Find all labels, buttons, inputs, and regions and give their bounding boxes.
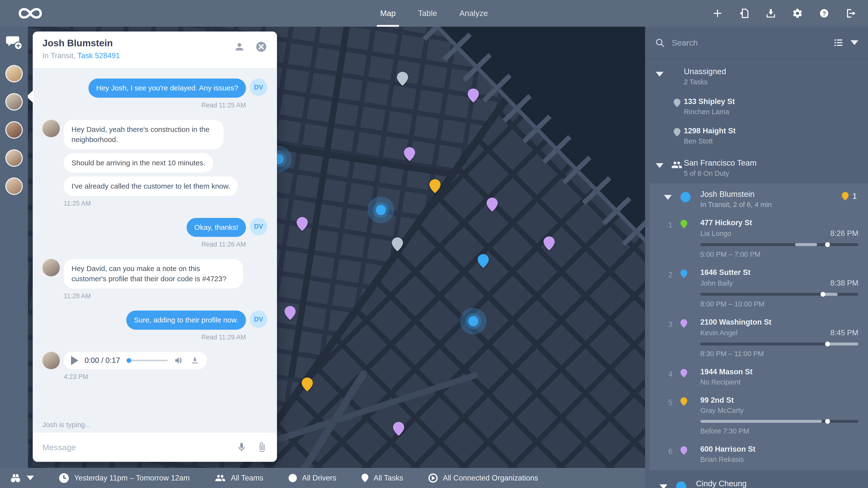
dropdown-caret-icon[interactable]: [850, 40, 858, 45]
chat-header: Josh Blumstein In Transit, Task 528491: [33, 32, 277, 68]
filter-label: All Drivers: [302, 474, 336, 482]
filter-label: Yesterday 11pm – Tomorrow 12am: [74, 474, 190, 482]
chat-title: Josh Blumstein: [42, 38, 267, 49]
view-tabs: Map Table Analyze: [380, 0, 488, 27]
search-icon: [655, 37, 665, 48]
route-task-row[interactable]: 5 99 2nd St Gray McCarty Before 7:30 PM: [649, 391, 868, 440]
map-pin-gray[interactable]: [392, 237, 403, 251]
badge-pin-yellow-icon: [842, 192, 848, 201]
settings-gear-icon[interactable]: [792, 8, 803, 19]
task-pin-purple-icon: [680, 319, 687, 328]
import-icon[interactable]: [739, 8, 750, 19]
route-task-row[interactable]: 2 1646 Sutter St John Baily8:38 PM 8:00 …: [649, 263, 868, 313]
audio-slider-knob[interactable]: [126, 358, 131, 363]
audio-message: 0:00 / 0:17: [64, 352, 207, 369]
filter-teams[interactable]: All Teams: [215, 473, 264, 483]
driver-avatar-5[interactable]: [5, 178, 23, 195]
map-pin-purple[interactable]: [297, 217, 308, 231]
collapse-caret-icon[interactable]: [656, 163, 663, 168]
download-audio-icon[interactable]: [190, 356, 200, 365]
filter-label: All Teams: [231, 474, 264, 482]
download-icon[interactable]: [765, 8, 776, 19]
teams-icon: [215, 473, 226, 483]
driver-avatar-4[interactable]: [5, 149, 23, 167]
route-task-row[interactable]: 3 2100 Washington St Kevin Angel8:45 PM …: [649, 313, 868, 363]
task-progress-bar[interactable]: [700, 243, 858, 246]
search-input[interactable]: [672, 38, 826, 48]
task-pin-gray-icon: [674, 128, 680, 136]
map-pin-purple[interactable]: [393, 422, 404, 436]
map-pin-purple[interactable]: [284, 306, 296, 320]
collapse-caret-icon[interactable]: [664, 195, 672, 200]
task-progress-bar[interactable]: [700, 420, 858, 423]
collapse-caret-icon[interactable]: [656, 72, 663, 77]
group-unassigned[interactable]: Unassigned 2 Tasks: [645, 59, 868, 92]
task-progress-bar[interactable]: [700, 293, 858, 296]
map-pin-purple[interactable]: [487, 197, 498, 212]
task-number: 2: [668, 271, 673, 279]
microphone-icon[interactable]: [236, 442, 247, 453]
driver-avatar-josh: [42, 120, 60, 137]
task-progress-bar[interactable]: [700, 342, 858, 345]
task-recipient: Ben Stott: [684, 137, 858, 145]
dropdown-caret-icon: [27, 476, 34, 480]
attachment-icon[interactable]: [257, 442, 267, 453]
map-pin-yellow[interactable]: [429, 179, 440, 193]
filter-tasks[interactable]: All Tasks: [362, 474, 403, 482]
audio-time: 0:00 / 0:17: [85, 356, 120, 365]
group-title: San Francisco Team: [684, 158, 858, 167]
tab-analyze[interactable]: Analyze: [460, 0, 488, 27]
map-driver-location[interactable]: [460, 308, 487, 335]
driver-avatar-3[interactable]: [5, 121, 23, 139]
collapse-caret-icon[interactable]: [660, 484, 668, 488]
logout-icon[interactable]: [845, 8, 856, 19]
group-team[interactable]: San Francisco Team 5 of 8 On Duty: [645, 151, 868, 183]
close-icon[interactable]: [255, 41, 267, 53]
route-task-row[interactable]: 6 600 Harrison St Brian Rekasis: [649, 440, 868, 468]
driver-avatar-2-josh[interactable]: [5, 93, 23, 111]
onfleet-logo-icon[interactable]: [14, 4, 46, 22]
map-pin-blue[interactable]: [477, 254, 489, 268]
route-task-row[interactable]: 4 1944 Mason St No Recipient: [649, 363, 868, 391]
play-icon[interactable]: [71, 356, 78, 365]
message-sent: Sure, adding to their profile now. DV: [42, 310, 267, 330]
driver-name: Josh Blumstein: [700, 190, 858, 199]
driver-row-cindy[interactable]: Cindy Cheung Offline, 0 of 4: [645, 473, 868, 488]
task-link[interactable]: Task 528491: [77, 51, 120, 60]
driver-row-josh[interactable]: Josh Blumstein In Transit, 2 of 6, 4 min…: [649, 183, 868, 214]
new-chat-icon[interactable]: [5, 35, 23, 51]
map-pin-purple[interactable]: [544, 236, 555, 250]
list-view-icon[interactable]: [833, 37, 844, 48]
map-pin-yellow[interactable]: [302, 377, 313, 392]
map-pin-purple[interactable]: [404, 147, 415, 161]
message-input[interactable]: [42, 443, 226, 452]
driver-dot-icon: [289, 474, 297, 482]
plus-icon[interactable]: [712, 8, 723, 19]
group-title: Unassigned: [684, 67, 858, 76]
task-address: 600 Harrison St: [700, 445, 858, 454]
volume-icon[interactable]: [174, 356, 184, 365]
tab-map[interactable]: Map: [380, 0, 396, 27]
filter-date-range[interactable]: Yesterday 11pm – Tomorrow 12am: [59, 473, 190, 483]
tab-table[interactable]: Table: [418, 0, 437, 27]
chat-rail-avatars: [5, 65, 23, 195]
map-driver-location[interactable]: [368, 196, 394, 223]
lookup-binoculars[interactable]: [10, 473, 34, 483]
map-pin-gray[interactable]: [397, 72, 408, 86]
help-icon[interactable]: ?: [818, 8, 830, 19]
map-pin-purple[interactable]: [468, 89, 479, 102]
route-task-row[interactable]: 1 477 Hickory St Lia Longo8:26 PM 5:00 P…: [649, 214, 868, 263]
unassigned-task-row[interactable]: 1298 Haight St Ben Stott: [645, 121, 868, 151]
task-pin-icon: [362, 474, 368, 482]
driver-name: Cindy Cheung: [696, 479, 858, 488]
filter-drivers[interactable]: All Drivers: [289, 474, 336, 482]
message-bubble: Hey Josh, I see you're delayed. Any issu…: [88, 79, 246, 98]
task-sidebar: Unassigned 2 Tasks 133 Shipley St Rinche…: [645, 27, 868, 488]
filter-organizations[interactable]: All Connected Organizations: [428, 474, 538, 483]
driver-avatar-1[interactable]: [5, 65, 23, 83]
profile-icon[interactable]: [234, 41, 245, 52]
unassigned-task-row[interactable]: 133 Shipley St Rinchen Lama: [645, 92, 868, 121]
clock-icon: [59, 473, 69, 483]
audio-slider[interactable]: [126, 358, 168, 363]
task-number: 5: [668, 398, 673, 407]
